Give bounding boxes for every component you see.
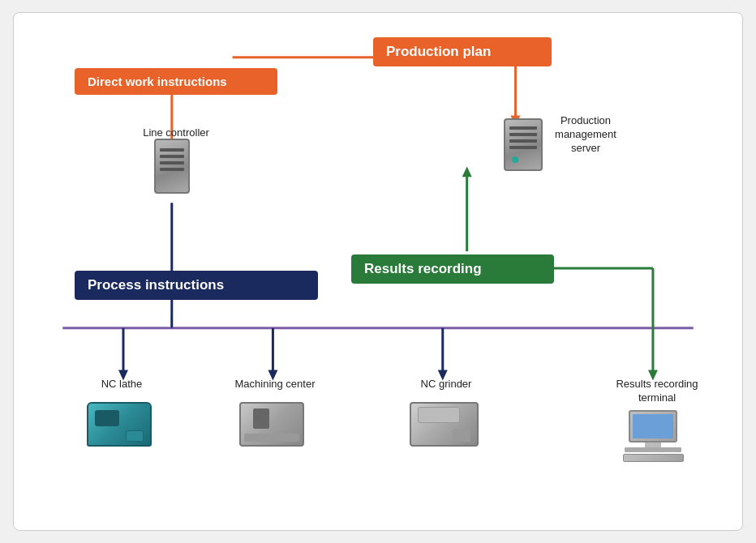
nc-lathe-label: NC lathe (85, 378, 158, 391)
direct-work-box: Direct work instructions (75, 68, 277, 95)
prod-management-label: Productionmanagementserver (537, 114, 634, 156)
results-terminal-label: Results recordingterminal (612, 378, 702, 405)
process-instructions-box: Process instructions (75, 271, 318, 300)
machining-center-label: Machining center (226, 378, 324, 391)
diagram-container: Production plan Direct work instructions… (13, 12, 743, 531)
production-plan-box: Production plan (373, 37, 552, 66)
nc-grinder-label: NC grinder (410, 378, 483, 391)
svg-marker-12 (462, 166, 472, 177)
prod-server-icon (500, 118, 545, 171)
machining-center-icon (239, 402, 304, 447)
results-terminal-icon (621, 410, 685, 459)
results-recording-box: Results recording (351, 254, 554, 284)
line-controller-icon (154, 139, 193, 195)
nc-grinder-icon (410, 402, 479, 447)
nc-lathe-icon (87, 402, 152, 447)
